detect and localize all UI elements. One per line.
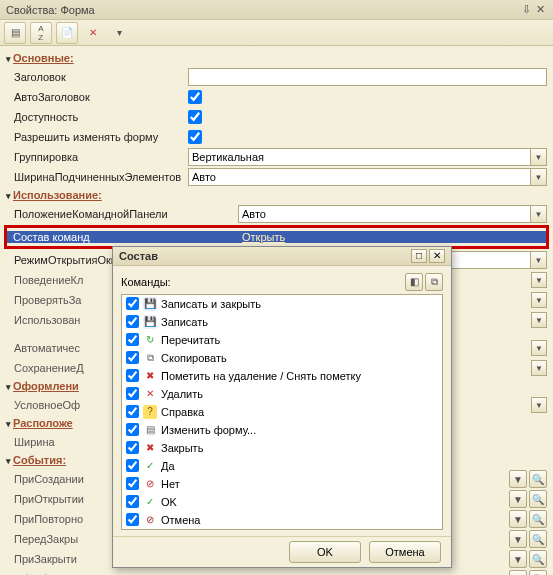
list-item: ?Справка bbox=[122, 403, 442, 421]
cancel-icon: ⊘ bbox=[143, 513, 157, 527]
chevron-down-icon[interactable]: ▼ bbox=[530, 149, 546, 165]
search-icon[interactable]: 🔍 bbox=[529, 570, 547, 575]
chevron-down-icon[interactable]: ▼ bbox=[530, 206, 546, 222]
chevron-down-icon[interactable]: ▼ bbox=[531, 397, 547, 413]
chevron-down-icon[interactable]: ▼ bbox=[509, 530, 527, 548]
commands-label: Команды: bbox=[121, 276, 405, 288]
section-usage[interactable]: Использование: bbox=[6, 187, 547, 204]
chevron-down-icon[interactable]: ▼ bbox=[531, 272, 547, 288]
chevron-down-icon[interactable]: ▼ bbox=[509, 570, 527, 575]
chevron-down-icon[interactable]: ▼ bbox=[530, 252, 546, 268]
toolbar-dropdown-icon[interactable]: ▾ bbox=[108, 22, 130, 44]
refresh-icon: ↻ bbox=[143, 333, 157, 347]
chevron-down-icon[interactable]: ▼ bbox=[531, 340, 547, 356]
search-icon[interactable]: 🔍 bbox=[529, 530, 547, 548]
chevron-down-icon[interactable]: ▼ bbox=[531, 312, 547, 328]
allow-change-checkbox[interactable] bbox=[188, 130, 202, 144]
sort-alpha-button[interactable]: AZ bbox=[30, 22, 52, 44]
pin-icon[interactable]: ⇩ bbox=[519, 3, 533, 17]
sort-categories-button[interactable]: ▤ bbox=[4, 22, 26, 44]
toolbar-icon-1[interactable]: ◧ bbox=[405, 273, 423, 291]
ok-icon: ✓ bbox=[143, 495, 157, 509]
save-icon: 💾 bbox=[143, 315, 157, 329]
chevron-down-icon[interactable]: ▼ bbox=[509, 550, 527, 568]
close-window-icon[interactable]: ✕ bbox=[533, 3, 547, 17]
search-icon[interactable]: 🔍 bbox=[529, 550, 547, 568]
list-item: ⊘Отмена bbox=[122, 511, 442, 529]
composition-dialog: Состав □ ✕ Команды: ◧ ⧉ 💾Записать и закр… bbox=[112, 246, 452, 568]
cmd-panel-pos-dropdown[interactable]: Авто▼ bbox=[238, 205, 547, 223]
cancel-button[interactable]: Отмена bbox=[369, 541, 441, 563]
child-width-dropdown[interactable]: Авто▼ bbox=[188, 168, 547, 186]
list-item: ✕Удалить bbox=[122, 385, 442, 403]
mark-delete-icon: ✖ bbox=[143, 369, 157, 383]
prop-auto-header: АвтоЗаголовок bbox=[6, 87, 547, 107]
delete-icon: ✕ bbox=[143, 387, 157, 401]
list-item: ↻Перечитать bbox=[122, 331, 442, 349]
close-icon: ✖ bbox=[143, 441, 157, 455]
search-icon[interactable]: 🔍 bbox=[529, 510, 547, 528]
list-item: 💾Записать и закрыть bbox=[122, 295, 442, 313]
availability-checkbox[interactable] bbox=[188, 110, 202, 124]
copy-icon: ⧉ bbox=[143, 351, 157, 365]
dialog-maximize-icon[interactable]: □ bbox=[411, 249, 427, 263]
dialog-titlebar: Состав □ ✕ bbox=[113, 247, 451, 266]
list-item: ✖Закрыть bbox=[122, 439, 442, 457]
header-input[interactable] bbox=[188, 68, 547, 86]
list-item: ⊘Нет bbox=[122, 475, 442, 493]
list-item: ✓Да bbox=[122, 457, 442, 475]
dialog-close-icon[interactable]: ✕ bbox=[429, 249, 445, 263]
save-close-icon: 💾 bbox=[143, 297, 157, 311]
window-title: Свойства: Форма bbox=[6, 4, 519, 16]
prop-header: Заголовок bbox=[6, 67, 547, 87]
prop-availability: Доступность bbox=[6, 107, 547, 127]
yes-icon: ✓ bbox=[143, 459, 157, 473]
window-titlebar: Свойства: Форма ⇩ ✕ bbox=[0, 0, 553, 20]
list-item: ✖Пометить на удаление / Снять пометку bbox=[122, 367, 442, 385]
toolbar-action-button[interactable]: 📄 bbox=[56, 22, 78, 44]
auto-header-checkbox[interactable] bbox=[188, 90, 202, 104]
list-item: ⧉Скопировать bbox=[122, 349, 442, 367]
dialog-title: Состав bbox=[119, 250, 409, 262]
cmd-composition-label[interactable]: Состав команд bbox=[7, 231, 239, 243]
prop-grouping: Группировка Вертикальная▼ bbox=[6, 147, 547, 167]
prop-child-width: ШиринаПодчиненныхЭлементов Авто▼ bbox=[6, 167, 547, 187]
chevron-down-icon[interactable]: ▼ bbox=[509, 470, 527, 488]
ok-button[interactable]: OK bbox=[289, 541, 361, 563]
properties-toolbar: ▤ AZ 📄 ✕ ▾ bbox=[0, 20, 553, 46]
prop-allow-change: Разрешить изменять форму bbox=[6, 127, 547, 147]
edit-form-icon: ▤ bbox=[143, 423, 157, 437]
commands-list[interactable]: 💾Записать и закрыть 💾Записать ↻Перечитат… bbox=[121, 294, 443, 530]
search-icon[interactable]: 🔍 bbox=[529, 490, 547, 508]
chevron-down-icon[interactable]: ▼ bbox=[509, 490, 527, 508]
chevron-down-icon[interactable]: ▼ bbox=[530, 169, 546, 185]
list-item: 💾Записать bbox=[122, 313, 442, 331]
dialog-footer: OK Отмена bbox=[113, 536, 451, 567]
toolbar-icon-2[interactable]: ⧉ bbox=[425, 273, 443, 291]
chevron-down-icon[interactable]: ▼ bbox=[531, 292, 547, 308]
prop-cmd-panel-pos: ПоложениеКоманднойПанели Авто▼ bbox=[6, 204, 547, 224]
list-item: ✓OK bbox=[122, 493, 442, 511]
toolbar-delete-icon[interactable]: ✕ bbox=[82, 22, 104, 44]
help-icon: ? bbox=[143, 405, 157, 419]
section-main[interactable]: Основные: bbox=[6, 50, 547, 67]
search-icon[interactable]: 🔍 bbox=[529, 470, 547, 488]
no-icon: ⊘ bbox=[143, 477, 157, 491]
list-item: ▤Изменить форму... bbox=[122, 421, 442, 439]
grouping-dropdown[interactable]: Вертикальная▼ bbox=[188, 148, 547, 166]
open-link[interactable]: Открыть bbox=[239, 231, 546, 243]
chevron-down-icon[interactable]: ▼ bbox=[509, 510, 527, 528]
chevron-down-icon[interactable]: ▼ bbox=[531, 360, 547, 376]
